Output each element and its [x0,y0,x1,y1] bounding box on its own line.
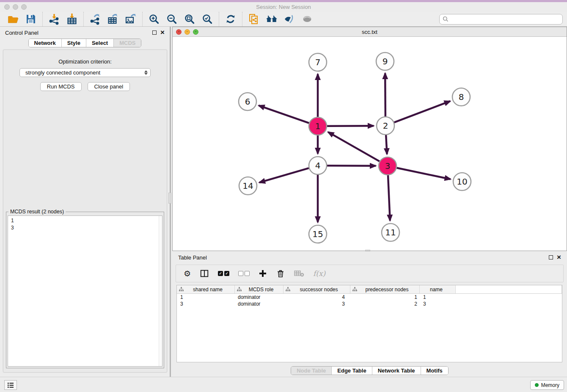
import-table-icon[interactable] [65,12,79,26]
panel-divider-handle[interactable] [168,193,171,204]
graph-edge-4-3[interactable] [327,166,376,166]
export-network-icon[interactable] [88,12,102,26]
network-canvas[interactable]: 1234678910111415 [173,37,567,251]
tab-edge-table[interactable]: Edge Table [332,367,372,375]
close-panel-icon[interactable]: × [160,30,165,35]
graph-node-label-2: 2 [383,121,388,131]
memory-status-icon [535,383,539,387]
graph-edge-3-1[interactable] [328,132,380,161]
table-row[interactable]: 1 dominator 4 1 1 [177,294,562,301]
hide-details-icon[interactable] [283,12,296,26]
zoom-out-icon[interactable] [165,12,179,26]
search-input[interactable] [451,15,562,23]
cell-shared-name: 3 [177,301,235,307]
node-table[interactable]: shared name MCDS role successor nodes pr… [176,285,562,362]
first-neighbors-icon[interactable] [265,12,278,26]
graph-node-label-6: 6 [245,97,250,107]
graph-edge-1-2[interactable] [327,126,374,126]
graph-node-label-3: 3 [385,161,391,171]
criterion-value: strongly connected component [25,69,100,76]
cell-mcds-role: dominator [235,294,284,301]
cell-successor-nodes: 4 [284,294,350,301]
list-icon [7,382,14,388]
graph-edge-2-9[interactable] [385,73,385,116]
network-window-title: scc.txt [173,29,567,35]
panel-list-button[interactable] [4,380,17,390]
function-builder-icon: f(x) [313,269,325,278]
save-session-icon[interactable] [24,12,38,26]
graph-edge-3-11[interactable] [388,175,390,221]
control-panel-title: Control Panel [5,30,39,36]
column-header-mcds-role[interactable]: MCDS role [235,285,284,293]
column-header-successor-nodes[interactable]: successor nodes [284,285,350,293]
mcds-result-groupbox: MCDS result (2 nodes) 1 3 [6,212,164,368]
toolbar-separator [42,12,43,26]
tab-motifs[interactable]: Motifs [421,367,448,375]
add-row-icon[interactable] [259,269,267,278]
close-table-panel-icon[interactable]: × [557,255,561,259]
graph-node-label-10: 10 [457,177,467,187]
refresh-icon[interactable] [224,12,237,26]
result-line: 3 [11,224,162,232]
control-panel: Control Panel × Network Style Select MCD… [0,27,171,377]
graph-edge-3-10[interactable] [397,168,451,179]
graph-edge-2-8[interactable] [394,101,450,122]
delete-table-icon [294,269,304,278]
search-field[interactable] [439,14,563,25]
criterion-dropdown[interactable]: strongly connected component [19,68,151,77]
result-scrollbar[interactable] [159,216,162,366]
column-header-predecessor-nodes[interactable]: predecessor nodes [350,285,420,293]
toolbar-separator [83,12,84,26]
clone-network-icon[interactable] [247,12,261,26]
result-line: 1 [11,217,162,224]
graph-node-label-14: 14 [242,181,253,191]
zoom-selected-icon[interactable] [201,12,214,26]
gear-icon[interactable]: ⚙ [184,269,191,279]
show-graphics-icon[interactable] [300,12,314,26]
float-panel-icon[interactable] [152,30,157,35]
tab-style[interactable]: Style [62,39,86,47]
export-image-icon[interactable] [124,12,138,26]
tab-network[interactable]: Network [29,39,62,47]
tab-mcds[interactable]: MCDS [114,39,141,47]
column-header-filler [456,285,562,293]
column-layout-icon[interactable] [200,269,209,278]
workspace: × − + scc.txt 1234678910111415 Table Pan… [172,27,567,377]
tab-network-table[interactable]: Network Table [372,367,421,375]
table-row[interactable]: 3 dominator 3 2 3 [177,301,562,307]
column-header-shared-name[interactable]: shared name [177,285,235,293]
zoom-in-icon[interactable] [147,12,161,26]
cell-name: 3 [420,301,456,307]
export-table-icon[interactable] [106,12,120,26]
graph-node-label-15: 15 [312,229,323,239]
table-header-row: shared name MCDS role successor nodes pr… [177,285,562,294]
import-network-icon[interactable] [47,12,61,26]
float-table-panel-icon[interactable] [549,255,553,259]
deselect-all-checkboxes-icon[interactable] [238,271,250,276]
delete-row-icon[interactable] [276,269,285,278]
dropdown-stepper-icon [144,70,148,75]
tab-node-table[interactable]: Node Table [291,367,332,375]
graph-node-label-11: 11 [385,227,396,237]
network-view-window: × − + scc.txt 1234678910111415 [172,27,567,251]
zoom-fit-icon[interactable] [183,12,196,26]
graph-edge-2-3[interactable] [386,135,387,154]
canvas-resize-handle[interactable] [365,250,370,251]
cell-predecessor-nodes: 1 [350,294,420,301]
hierarchy-icon [286,287,290,292]
cell-shared-name: 1 [177,294,235,301]
tab-select[interactable]: Select [86,39,114,47]
graph-edge-1-6[interactable] [259,105,309,123]
open-session-icon[interactable] [6,12,20,26]
network-graph[interactable]: 1234678910111415 [173,37,567,251]
close-panel-button[interactable]: Close panel [88,82,130,91]
mcds-result-list[interactable]: 1 3 [8,215,162,367]
run-mcds-button[interactable]: Run MCDS [40,82,82,91]
graph-node-label-7: 7 [315,57,321,67]
graph-node-label-4: 4 [315,160,321,171]
toolbar-separator [142,12,143,26]
select-all-checkboxes-icon[interactable]: ✓✓ [218,271,229,276]
graph-edge-4-14[interactable] [259,168,309,182]
memory-button[interactable]: Memory [530,380,564,390]
column-header-name[interactable]: name [420,285,456,293]
